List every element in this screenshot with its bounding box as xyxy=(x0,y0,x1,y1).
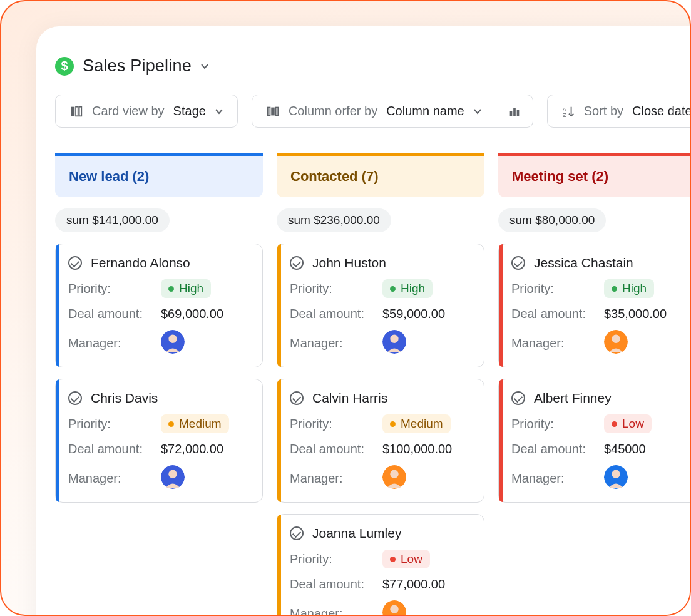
card-person-name: Joanna Lumley xyxy=(312,526,401,541)
svg-point-17 xyxy=(390,335,398,343)
sort-button[interactable]: A Z Sort by Close date xyxy=(547,95,691,128)
svg-rect-3 xyxy=(268,107,270,115)
priority-badge: High xyxy=(604,279,654,298)
sort-value: Close date xyxy=(632,104,691,118)
card-stripe xyxy=(277,244,281,367)
deal-amount-value: $72,000.00 xyxy=(161,442,223,456)
priority-dot-icon xyxy=(612,286,617,292)
card-stripe xyxy=(277,515,281,616)
check-circle-icon xyxy=(290,391,304,405)
card-view-button[interactable]: Card view by Stage xyxy=(55,95,238,128)
svg-rect-2 xyxy=(79,106,82,116)
column-sum: sum $236,000.00 xyxy=(277,208,391,232)
svg-rect-6 xyxy=(509,111,512,116)
manager-avatar xyxy=(604,465,628,492)
priority-label: Priority: xyxy=(511,417,593,431)
manager-label: Manager: xyxy=(511,336,593,351)
priority-badge: Medium xyxy=(161,414,229,433)
svg-rect-7 xyxy=(513,108,516,116)
priority-label: Priority: xyxy=(68,282,150,296)
manager-label: Manager: xyxy=(290,336,371,351)
manager-avatar xyxy=(161,465,185,492)
priority-dot-icon xyxy=(390,557,396,562)
card-stripe xyxy=(56,379,59,502)
svg-point-25 xyxy=(612,470,620,478)
check-circle-icon xyxy=(290,256,304,270)
deal-amount-value: $45000 xyxy=(604,442,646,456)
deal-card[interactable]: Chris Davis Priority: Medium Deal amount… xyxy=(55,379,263,503)
check-circle-icon xyxy=(511,256,525,270)
deal-amount-value: $100,000.00 xyxy=(382,442,452,456)
column-order-value: Column name xyxy=(386,104,464,118)
priority-value: High xyxy=(622,282,647,295)
column-order-prefix: Column orfer by xyxy=(289,104,377,118)
svg-rect-1 xyxy=(76,106,78,116)
deal-amount-label: Deal amount: xyxy=(290,307,371,321)
card-stripe xyxy=(277,379,281,502)
column-header[interactable]: New lead (2) xyxy=(55,153,263,197)
manager-label: Manager: xyxy=(68,336,150,351)
manager-avatar xyxy=(382,330,406,357)
svg-rect-0 xyxy=(71,106,75,116)
svg-point-15 xyxy=(168,470,177,478)
deal-amount-label: Deal amount: xyxy=(290,442,371,456)
board-column: Meeting set (2) sum $80,000.00 Jessica C… xyxy=(498,153,691,616)
dollar-icon: $ xyxy=(55,57,74,76)
page-title: Sales Pipeline xyxy=(83,56,192,76)
svg-rect-8 xyxy=(516,110,519,116)
manager-label: Manager: xyxy=(290,471,371,486)
card-view-value: Stage xyxy=(173,104,206,118)
board-column: New lead (2) sum $141,000.00 Fernando Al… xyxy=(55,153,263,616)
deal-card[interactable]: Joanna Lumley Priority: Low Deal amount:… xyxy=(277,514,484,616)
caret-down-icon xyxy=(473,107,482,116)
chart-toggle-button[interactable] xyxy=(496,95,533,128)
check-circle-icon xyxy=(68,256,82,270)
deal-amount-label: Deal amount: xyxy=(68,307,150,321)
card-person-name: Fernando Alonso xyxy=(91,255,190,270)
board-column: Contacted (7) sum $236,000.00 John Husto… xyxy=(277,153,484,616)
card-person-name: Chris Davis xyxy=(91,391,158,406)
deal-card[interactable]: Fernando Alonso Priority: High Deal amou… xyxy=(55,244,263,367)
deal-amount-value: $69,000.00 xyxy=(161,307,223,321)
deal-card[interactable]: Calvin Harris Priority: Medium Deal amou… xyxy=(277,379,484,503)
caret-down-icon xyxy=(200,62,209,71)
priority-label: Priority: xyxy=(511,282,593,296)
deal-card[interactable]: Albert Finney Priority: Low Deal amount:… xyxy=(498,379,691,503)
manager-label: Manager: xyxy=(511,471,593,486)
priority-value: Low xyxy=(622,417,644,431)
column-sum: sum $80,000.00 xyxy=(498,208,606,232)
priority-dot-icon xyxy=(612,421,617,427)
manager-avatar xyxy=(382,600,406,616)
card-person-name: John Huston xyxy=(312,255,386,270)
svg-point-21 xyxy=(390,605,398,613)
manager-avatar xyxy=(604,330,628,357)
check-circle-icon xyxy=(68,391,82,405)
check-circle-icon xyxy=(290,526,304,540)
deal-amount-value: $35,000.00 xyxy=(604,307,667,321)
priority-label: Priority: xyxy=(68,417,150,431)
columns-icon xyxy=(266,105,280,118)
page-title-bar[interactable]: $ Sales Pipeline xyxy=(55,56,691,76)
deal-card[interactable]: John Huston Priority: High Deal amount: … xyxy=(277,244,484,367)
priority-badge: Medium xyxy=(382,414,451,433)
deal-amount-label: Deal amount: xyxy=(68,442,150,456)
svg-point-23 xyxy=(612,335,620,343)
priority-badge: Low xyxy=(604,414,652,433)
priority-badge: High xyxy=(161,279,211,298)
board-icon xyxy=(69,105,83,118)
check-circle-icon xyxy=(511,391,525,405)
column-order-button[interactable]: Column orfer by Column name xyxy=(252,95,496,128)
deal-amount-value: $77,000.00 xyxy=(382,577,445,592)
deal-card[interactable]: Jessica Chastain Priority: High Deal amo… xyxy=(498,244,691,367)
column-sum: sum $141,000.00 xyxy=(55,208,170,232)
column-header[interactable]: Contacted (7) xyxy=(277,153,484,197)
column-header[interactable]: Meeting set (2) xyxy=(498,153,691,197)
manager-avatar xyxy=(382,465,406,492)
priority-dot-icon xyxy=(390,421,396,427)
card-person-name: Calvin Harris xyxy=(312,391,387,406)
card-stripe xyxy=(499,379,503,502)
card-stripe xyxy=(56,244,59,367)
deal-amount-value: $59,000.00 xyxy=(382,307,445,321)
manager-label: Manager: xyxy=(290,607,371,616)
svg-text:Z: Z xyxy=(563,112,566,118)
